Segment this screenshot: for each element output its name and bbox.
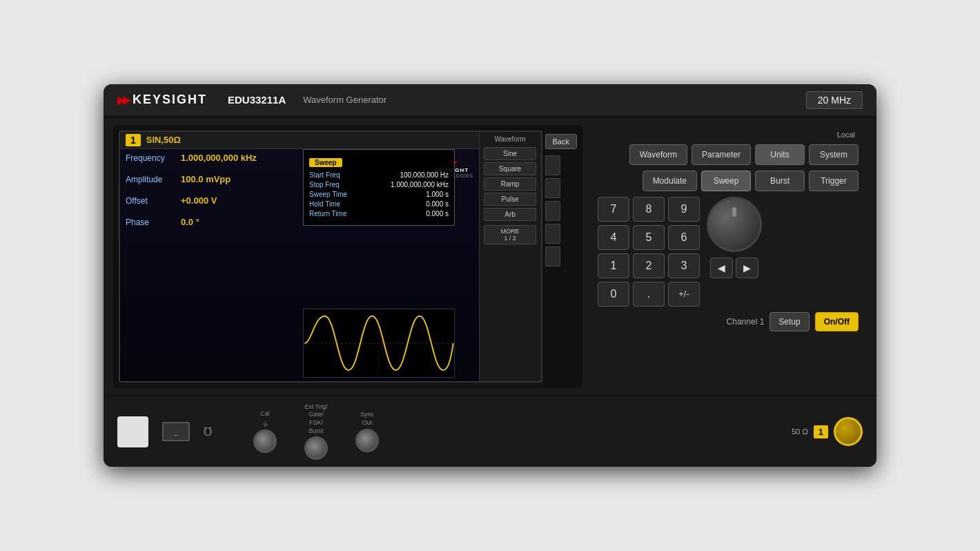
ext-trig-bnc[interactable] — [304, 436, 328, 460]
nav-btn-1[interactable] — [545, 155, 560, 175]
arrow-right-button[interactable]: ▶ — [736, 258, 758, 278]
sweep-tab-label: Sweep — [309, 158, 342, 167]
waveform-preview — [303, 309, 455, 378]
num-9[interactable]: 9 — [668, 197, 700, 222]
instrument-type: Waveform Generator — [303, 95, 386, 105]
channel-label: Channel 1 — [727, 317, 765, 327]
channel-section: Channel 1 Setup On/Off — [598, 312, 859, 331]
usb-a-port[interactable]: ⎯ — [162, 422, 190, 441]
params-area: Frequency 1.000,000,000 kHz Amplitude 10… — [126, 153, 298, 238]
modulate-button[interactable]: Modulate — [643, 171, 697, 191]
mode-button-row: Modulate Sweep Burst Trigger — [598, 171, 859, 191]
parameter-button[interactable]: Parameter — [692, 144, 751, 165]
param-offset: Offset +0.000 V — [126, 195, 298, 206]
instrument-body: ▸▸ KEYSIGHT EDU33211A Waveform Generator… — [104, 84, 876, 467]
power-button[interactable] — [117, 416, 148, 447]
ch1-output-badge: 1 — [814, 425, 828, 438]
cal-bnc[interactable] — [253, 429, 277, 453]
rotary-knob[interactable] — [707, 197, 762, 252]
hold-time: Hold Time 0.000 s — [309, 200, 449, 208]
setup-button[interactable]: Setup — [770, 312, 809, 331]
num-3[interactable]: 3 — [668, 253, 700, 278]
sweep-stop-freq: Stop Freq 1.000,000,000 kHz — [309, 181, 449, 188]
top-panel: ▸▸ KEYSIGHT EDU33211A Waveform Generator… — [104, 84, 876, 118]
num-2[interactable]: 2 — [633, 253, 665, 278]
num-5[interactable]: 5 — [633, 225, 665, 250]
signal-type: SIN,50Ω — [146, 135, 181, 145]
num-plusminus[interactable]: +/- — [668, 282, 700, 307]
sine-btn-screen[interactable]: Sine — [484, 147, 536, 160]
sweep-button[interactable]: Sweep — [701, 171, 751, 191]
trigger-button[interactable]: Trigger — [809, 171, 859, 191]
top-button-row: Waveform Parameter Units System — [598, 144, 859, 165]
cal-label: Cal — [260, 410, 270, 418]
param-frequency: Frequency 1.000,000,000 kHz — [126, 153, 298, 163]
square-btn-screen[interactable]: Square — [484, 162, 536, 175]
keysight-logo: ▸▸ KEYSIGHT — [117, 91, 207, 109]
units-button[interactable]: Units — [755, 144, 805, 165]
sweep-start-freq: Start Freq 100.000,000 Hz — [309, 171, 449, 179]
numpad-grid: 7 8 9 4 5 6 1 2 3 0 . +/- — [598, 197, 700, 307]
nav-btn-3[interactable] — [545, 201, 560, 221]
return-time: Return Time 0.000 s — [309, 210, 449, 218]
back-button[interactable]: Back — [545, 134, 577, 149]
waveform-panel-title: Waveform — [494, 135, 525, 143]
numpad-area: 7 8 9 4 5 6 1 2 3 0 . +/- ◀ — [598, 197, 859, 307]
sweep-time: Sweep Time 1.000 s — [309, 191, 449, 198]
usb-symbol-icon: ℧ — [204, 425, 212, 438]
local-label: Local — [598, 130, 859, 139]
waveform-side-panel: Waveform Sine Square Ramp Pulse Arb MORE… — [479, 132, 541, 381]
logo-chevron-icon: ▸▸ — [117, 91, 128, 109]
waveform-button[interactable]: Waveform — [629, 144, 687, 165]
num-4[interactable]: 4 — [598, 225, 629, 250]
channel-badge: 1 — [126, 134, 141, 146]
ext-trig-label: Ext Trig/Gate/FSK/Burst — [304, 403, 327, 436]
knob-area: ◀ ▶ — [707, 197, 762, 278]
arb-btn-screen[interactable]: Arb — [484, 208, 536, 221]
frequency-badge: 20 MHz — [806, 91, 863, 109]
sweep-overlay: Sweep Start Freq 100.000,000 Hz Stop Fre… — [303, 149, 455, 226]
screen-display: 1 SIN,50Ω ⎯ ⛶ OFF ▸▸ KEYSIGHT TECHNOLOGI… — [120, 132, 541, 381]
onoff-button[interactable]: On/Off — [815, 312, 859, 331]
nav-btn-2[interactable] — [545, 178, 560, 198]
sync-out-connector: SyncOut — [355, 411, 379, 452]
bottom-panel: ⎯ ℧ Cal ⏚ Ext Trig/Gate/FSK/Burst SyncOu… — [104, 395, 876, 467]
num-decimal[interactable]: . — [633, 282, 665, 307]
burst-button[interactable]: Burst — [755, 171, 805, 191]
nav-btn-5[interactable] — [545, 246, 560, 267]
param-phase: Phase 0.0 ° — [126, 217, 298, 227]
sync-out-bnc[interactable] — [355, 429, 379, 452]
ramp-btn-screen[interactable]: Ramp — [484, 177, 536, 191]
param-amplitude: Amplitude 100.0 mVpp — [126, 174, 298, 184]
ext-trig-connector: Ext Trig/Gate/FSK/Burst — [304, 403, 328, 461]
control-section: Local Waveform Parameter Units System Mo… — [589, 125, 867, 388]
system-button[interactable]: System — [809, 144, 859, 165]
impedance-label: 50 Ω — [792, 427, 808, 436]
more-btn-screen[interactable]: MORE1 / 2 — [484, 225, 536, 244]
num-6[interactable]: 6 — [668, 225, 700, 250]
pulse-btn-screen[interactable]: Pulse — [484, 193, 536, 206]
sync-out-label: SyncOut — [360, 411, 374, 427]
ground-symbol-icon: ⏚ — [263, 418, 268, 428]
num-7[interactable]: 7 — [598, 197, 629, 222]
arrow-button-group: ◀ ▶ — [710, 258, 758, 278]
cal-connector: Cal ⏚ — [253, 410, 277, 454]
model-number: EDU33211A — [228, 94, 286, 106]
num-8[interactable]: 8 — [633, 197, 665, 222]
nav-btn-4[interactable] — [545, 224, 560, 244]
arrow-left-button[interactable]: ◀ — [710, 258, 733, 278]
num-0[interactable]: 0 — [598, 282, 629, 307]
brand-name: KEYSIGHT — [133, 93, 207, 107]
ch1-output-bnc[interactable] — [834, 417, 863, 446]
num-1[interactable]: 1 — [598, 253, 629, 278]
